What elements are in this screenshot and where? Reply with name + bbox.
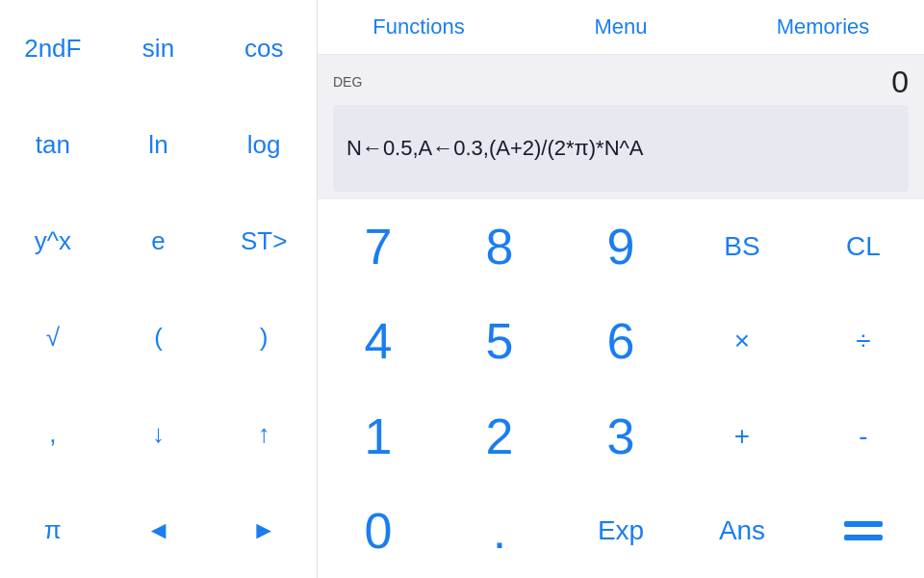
svg-rect-1	[844, 535, 883, 540]
pi-button[interactable]: π	[0, 482, 106, 578]
3-button[interactable]: 3	[560, 389, 681, 484]
svg-rect-0	[844, 521, 883, 527]
st-button[interactable]: ST>	[211, 193, 317, 289]
rparen-button[interactable]: )	[211, 289, 317, 385]
2-button[interactable]: 2	[439, 389, 560, 484]
cl-button[interactable]: CL	[803, 199, 924, 294]
8-button[interactable]: 8	[439, 199, 560, 294]
ans-button[interactable]: Ans	[681, 484, 803, 578]
functions-nav[interactable]: Functions	[318, 0, 520, 54]
right-panel: FunctionsMenuMemories DEG 0 N←0.5,A←0.3,…	[318, 0, 924, 578]
ln-button[interactable]: ln	[106, 96, 212, 193]
divide-button[interactable]: ÷	[803, 294, 924, 388]
minus-button[interactable]: -	[803, 389, 924, 484]
left-arrow-button[interactable]: ◄	[106, 482, 212, 578]
sin-button[interactable]: sin	[106, 0, 212, 96]
2ndf-button[interactable]: 2ndF	[0, 0, 106, 96]
plus-button[interactable]: +	[681, 389, 803, 484]
yx-button[interactable]: y^x	[0, 193, 106, 289]
display-area: DEG 0 N←0.5,A←0.3,(A+2)/(2*π)*N^A	[318, 55, 924, 199]
e-button[interactable]: e	[106, 193, 212, 289]
left-panel: 2ndFsincostanlnlogy^xeST>√(),↓↑π◄►	[0, 0, 318, 578]
log-button[interactable]: log	[211, 96, 317, 193]
expression-text: N←0.5,A←0.3,(A+2)/(2*π)*N^A	[346, 134, 644, 164]
0-button[interactable]: 0	[318, 484, 439, 578]
top-nav-bar: FunctionsMenuMemories	[318, 0, 924, 55]
6-button[interactable]: 6	[560, 294, 681, 388]
cos-button[interactable]: cos	[211, 0, 317, 96]
5-button[interactable]: 5	[439, 294, 560, 388]
equals-button[interactable]	[803, 484, 924, 578]
7-button[interactable]: 7	[318, 199, 439, 294]
1-button[interactable]: 1	[318, 389, 439, 484]
multiply-button[interactable]: ×	[681, 294, 803, 388]
lparen-button[interactable]: (	[106, 289, 212, 385]
sqrt-button[interactable]: √	[0, 289, 106, 385]
4-button[interactable]: 4	[318, 294, 439, 388]
9-button[interactable]: 9	[560, 199, 681, 294]
numpad-area: 789BSCL456×÷123+-0.ExpAns	[318, 199, 924, 578]
right-arrow-button[interactable]: ►	[211, 482, 317, 578]
bs-button[interactable]: BS	[681, 199, 803, 294]
exp-button[interactable]: Exp	[560, 484, 681, 578]
display-expression[interactable]: N←0.5,A←0.3,(A+2)/(2*π)*N^A	[333, 105, 909, 192]
deg-label: DEG	[333, 74, 362, 90]
comma-button[interactable]: ,	[0, 385, 106, 482]
dot-button[interactable]: .	[439, 484, 560, 578]
tan-button[interactable]: tan	[0, 96, 106, 193]
down-button[interactable]: ↓	[106, 385, 212, 482]
display-result: 0	[891, 65, 909, 100]
up-button[interactable]: ↑	[211, 385, 317, 482]
menu-nav[interactable]: Menu	[520, 0, 722, 54]
memories-nav[interactable]: Memories	[722, 0, 924, 54]
